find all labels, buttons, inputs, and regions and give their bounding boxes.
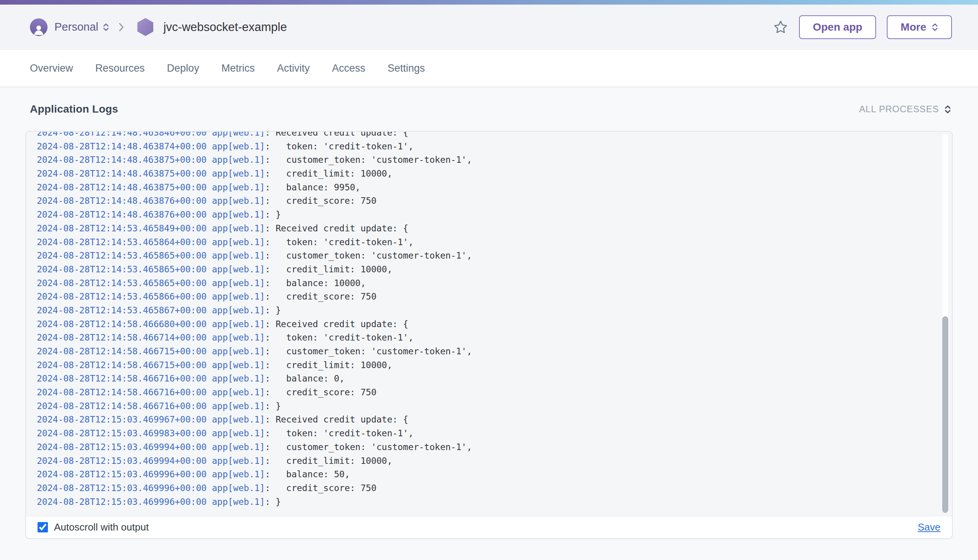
tab-activity[interactable]: Activity [277, 62, 310, 74]
log-timestamp-source: 2024-08-28T12:14:53.465866+00:00 app[web… [37, 292, 265, 302]
log-timestamp-source: 2024-08-28T12:15:03.469996+00:00 app[web… [37, 497, 265, 507]
org-switcher[interactable]: Personal [54, 21, 109, 33]
log-line: 2024-08-28T12:14:58.466715+00:00 app[web… [37, 345, 929, 358]
open-app-button[interactable]: Open app [799, 15, 876, 39]
log-line: 2024-08-28T12:14:48.463875+00:00 app[web… [37, 181, 929, 195]
logs-header: Application Logs ALL PROCESSES [25, 87, 953, 131]
log-message: : token: 'credit-token-1', [265, 237, 414, 247]
more-button[interactable]: More [887, 15, 952, 39]
log-timestamp-source: 2024-08-28T12:15:03.469994+00:00 app[web… [37, 456, 265, 466]
app-name: jvc-websocket-example [163, 20, 287, 34]
log-message: : balance: 50, [265, 469, 350, 479]
favorite-star-icon[interactable] [773, 20, 788, 35]
log-line: 2024-08-28T12:14:53.465864+00:00 app[web… [37, 235, 929, 249]
log-message: : credit_score: 750 [265, 292, 376, 302]
log-message: : Received credit update: { [265, 223, 408, 233]
log-timestamp-source: 2024-08-28T12:14:48.463875+00:00 app[web… [37, 182, 265, 192]
sort-chevrons-icon [931, 23, 938, 32]
log-line: 2024-08-28T12:15:03.469983+00:00 app[web… [37, 427, 929, 440]
log-line: 2024-08-28T12:14:53.465866+00:00 app[web… [37, 290, 929, 304]
log-lines: 2024-08-28T12:14:48.463846+00:00 app[web… [26, 132, 952, 516]
log-timestamp-source: 2024-08-28T12:15:03.469994+00:00 app[web… [37, 442, 265, 452]
log-message: : token: 'credit-token-1', [265, 141, 414, 151]
logs-page: Application Logs ALL PROCESSES 2024-08-2… [0, 87, 978, 539]
log-timestamp-source: 2024-08-28T12:15:03.469967+00:00 app[web… [37, 415, 265, 424]
log-timestamp-source: 2024-08-28T12:14:48.463875+00:00 app[web… [37, 155, 265, 165]
log-message: : credit_score: 750 [265, 387, 376, 397]
log-line: 2024-08-28T12:14:48.463875+00:00 app[web… [37, 167, 929, 181]
app-hexagon-icon [137, 18, 153, 36]
log-line: 2024-08-28T12:14:48.463876+00:00 app[web… [37, 208, 929, 222]
sort-chevrons-icon [944, 105, 951, 114]
autoscroll-control[interactable]: Autoscroll with output [38, 521, 149, 533]
log-timestamp-source: 2024-08-28T12:14:48.463875+00:00 app[web… [37, 168, 265, 178]
log-timestamp-source: 2024-08-28T12:14:48.463876+00:00 app[web… [37, 196, 265, 206]
log-message: : credit_limit: 10000, [265, 168, 392, 178]
log-line: 2024-08-28T12:14:48.463874+00:00 app[web… [37, 140, 929, 153]
log-line: 2024-08-28T12:14:48.463846+00:00 app[web… [37, 132, 929, 140]
app-nav: Overview Resources Deploy Metrics Activi… [0, 50, 978, 87]
autoscroll-label: Autoscroll with output [54, 521, 149, 533]
log-timestamp-source: 2024-08-28T12:14:53.465865+00:00 app[web… [37, 264, 265, 274]
log-timestamp-source: 2024-08-28T12:15:03.469996+00:00 app[web… [37, 483, 265, 493]
log-line: 2024-08-28T12:14:58.466715+00:00 app[web… [37, 358, 929, 372]
log-message: : } [265, 401, 281, 411]
log-message: : credit_limit: 10000, [265, 360, 392, 370]
log-line: 2024-08-28T12:14:48.463875+00:00 app[web… [37, 153, 929, 167]
save-link[interactable]: Save [918, 521, 940, 533]
log-timestamp-source: 2024-08-28T12:14:48.463874+00:00 app[web… [37, 141, 265, 151]
tab-metrics[interactable]: Metrics [222, 62, 255, 74]
log-message: : credit_limit: 10000, [265, 456, 392, 466]
log-message: : token: 'credit-token-1', [265, 332, 414, 342]
log-message: : } [265, 305, 281, 315]
log-line: 2024-08-28T12:15:03.469996+00:00 app[web… [37, 468, 929, 482]
log-timestamp-source: 2024-08-28T12:14:53.465865+00:00 app[web… [37, 250, 265, 260]
log-message: : Received credit update: { [265, 319, 408, 329]
log-line: 2024-08-28T12:15:03.469996+00:00 app[web… [37, 495, 929, 509]
scrollbar-track[interactable] [942, 134, 948, 513]
log-line: 2024-08-28T12:14:58.466716+00:00 app[web… [37, 372, 929, 386]
header-actions: Open app More [773, 15, 952, 39]
tab-overview[interactable]: Overview [30, 62, 73, 74]
log-timestamp-source: 2024-08-28T12:14:58.466715+00:00 app[web… [37, 360, 265, 370]
log-message: : balance: 0, [265, 373, 344, 383]
log-message: : } [265, 497, 281, 507]
log-viewer-card: 2024-08-28T12:14:48.463846+00:00 app[web… [25, 131, 953, 539]
log-output[interactable]: 2024-08-28T12:14:48.463846+00:00 app[web… [26, 132, 952, 516]
tab-settings[interactable]: Settings [387, 62, 425, 74]
log-footer: Autoscroll with output Save [26, 516, 952, 538]
open-app-label: Open app [813, 21, 862, 33]
log-line: 2024-08-28T12:14:58.466680+00:00 app[web… [37, 318, 929, 331]
log-line: 2024-08-28T12:15:03.469996+00:00 app[web… [37, 482, 929, 495]
log-timestamp-source: 2024-08-28T12:14:58.466714+00:00 app[web… [37, 332, 265, 342]
log-message: : balance: 9950, [265, 182, 360, 192]
log-message: : customer_token: 'customer-token-1', [265, 155, 472, 165]
log-message: : customer_token: 'customer-token-1', [265, 250, 472, 260]
tab-deploy[interactable]: Deploy [167, 62, 199, 74]
log-timestamp-source: 2024-08-28T12:15:03.469983+00:00 app[web… [37, 428, 265, 438]
log-message: : } [265, 210, 281, 220]
log-message: : credit_score: 750 [265, 196, 376, 206]
log-timestamp-source: 2024-08-28T12:14:58.466716+00:00 app[web… [37, 401, 265, 411]
log-timestamp-source: 2024-08-28T12:14:48.463876+00:00 app[web… [37, 210, 265, 220]
log-message: : token: 'credit-token-1', [265, 428, 414, 438]
process-filter-dropdown[interactable]: ALL PROCESSES [859, 104, 951, 115]
tab-access[interactable]: Access [332, 62, 365, 74]
org-name: Personal [54, 21, 98, 33]
log-message: : customer_token: 'customer-token-1', [265, 346, 472, 356]
log-line: 2024-08-28T12:14:48.463876+00:00 app[web… [37, 194, 929, 208]
log-line: 2024-08-28T12:14:53.465849+00:00 app[web… [37, 222, 929, 235]
page-title: Application Logs [30, 103, 118, 115]
user-avatar[interactable] [30, 18, 48, 36]
log-message: : credit_score: 750 [265, 483, 376, 493]
tab-resources[interactable]: Resources [95, 62, 145, 74]
log-timestamp-source: 2024-08-28T12:14:58.466680+00:00 app[web… [37, 319, 265, 329]
log-timestamp-source: 2024-08-28T12:14:58.466715+00:00 app[web… [37, 346, 265, 356]
log-line: 2024-08-28T12:14:58.466716+00:00 app[web… [37, 386, 929, 400]
scrollbar-thumb[interactable] [942, 317, 948, 513]
log-line: 2024-08-28T12:14:58.466716+00:00 app[web… [37, 400, 929, 413]
autoscroll-checkbox[interactable] [38, 522, 48, 532]
log-timestamp-source: 2024-08-28T12:14:58.466716+00:00 app[web… [37, 373, 265, 383]
log-timestamp-source: 2024-08-28T12:14:53.465864+00:00 app[web… [37, 237, 265, 247]
log-line: 2024-08-28T12:14:53.465867+00:00 app[web… [37, 304, 929, 318]
